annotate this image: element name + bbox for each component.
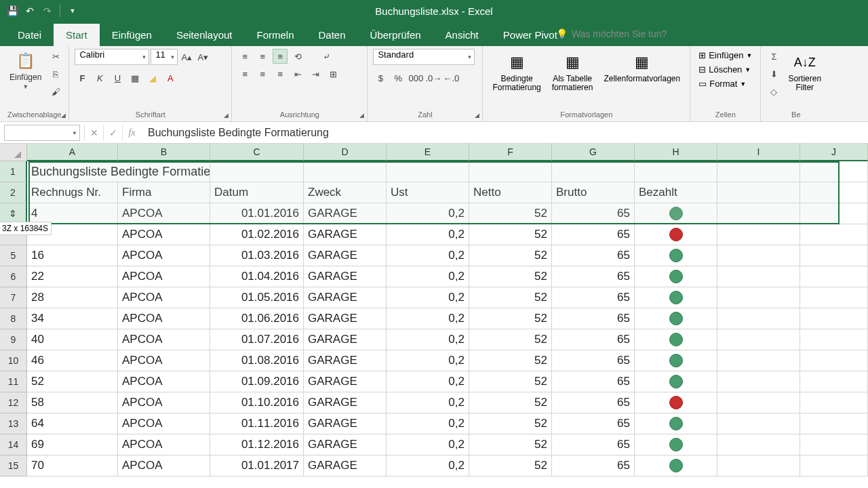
cell[interactable]: APCOA [118, 434, 210, 455]
status-cell[interactable] [635, 287, 717, 308]
align-top-icon[interactable]: ≡ [237, 49, 252, 64]
cell[interactable]: 34 [27, 308, 118, 329]
status-cell[interactable] [635, 224, 717, 245]
cell[interactable]: 52 [469, 308, 552, 329]
cell[interactable] [717, 350, 800, 371]
increase-decimal-icon[interactable]: .0→ [426, 70, 441, 85]
cell[interactable]: GARAGE [304, 308, 387, 329]
cell[interactable] [717, 266, 800, 287]
redo-icon[interactable]: ↷ [42, 5, 53, 16]
tab-formulas[interactable]: Formeln [245, 24, 307, 46]
cell[interactable]: 65 [552, 266, 635, 287]
column-header-A[interactable]: A [27, 144, 118, 161]
dialog-launcher-icon[interactable]: ◢ [475, 112, 479, 119]
cell[interactable]: APCOA [118, 329, 210, 350]
status-cell[interactable] [635, 350, 717, 371]
cell[interactable]: APCOA [118, 224, 210, 245]
row-header-5[interactable]: 5 [0, 245, 27, 266]
column-header-cell[interactable]: Netto [469, 182, 552, 203]
cell[interactable]: GARAGE [304, 203, 387, 224]
column-header-cell[interactable]: Bezahlt [635, 182, 717, 203]
row-header-11[interactable]: 11 [0, 371, 27, 392]
cell[interactable]: GARAGE [304, 392, 387, 413]
row-header-10[interactable]: 10 [0, 350, 27, 371]
cell[interactable]: 65 [552, 287, 635, 308]
bold-icon[interactable]: F [75, 70, 90, 85]
cell[interactable] [552, 161, 635, 182]
cell[interactable]: APCOA [118, 371, 210, 392]
row-header-8[interactable]: 8 [0, 308, 27, 329]
cell[interactable]: 65 [552, 413, 635, 434]
cell[interactable]: 65 [552, 224, 635, 245]
tab-view[interactable]: Ansicht [433, 24, 491, 46]
cell[interactable]: GARAGE [304, 434, 387, 455]
decrease-indent-icon[interactable]: ⇤ [290, 66, 305, 81]
column-header-H[interactable]: H [635, 144, 717, 161]
qat-customize-icon[interactable]: ▼ [67, 5, 78, 16]
cell[interactable] [717, 287, 800, 308]
tab-home[interactable]: Start [54, 24, 100, 46]
cell[interactable]: GARAGE [304, 371, 387, 392]
cell[interactable]: 28 [27, 287, 118, 308]
merge-cells-icon[interactable]: ⊞ [326, 66, 340, 81]
cell[interactable]: 65 [552, 371, 635, 392]
cell-styles-button[interactable]: ▦ Zellenformatvorlagen [599, 49, 684, 85]
cell[interactable]: GARAGE [304, 329, 387, 350]
tab-layout[interactable]: Seitenlayout [164, 24, 245, 46]
tell-me-search[interactable]: 💡 Was möchten Sie tun? [542, 22, 667, 46]
cell[interactable]: 0,2 [387, 350, 469, 371]
cell[interactable]: 52 [469, 455, 552, 476]
cell[interactable] [717, 329, 800, 350]
format-cells-button[interactable]: ▭Format▼ [696, 77, 755, 90]
cell[interactable]: 70 [27, 455, 118, 476]
cell[interactable] [800, 203, 868, 224]
cell[interactable] [210, 161, 304, 182]
column-header-G[interactable]: G [552, 144, 635, 161]
conditional-formatting-button[interactable]: ▦ Bedingte Formatierung [488, 49, 545, 94]
cell[interactable]: 58 [27, 392, 118, 413]
cell[interactable]: 65 [552, 308, 635, 329]
cell[interactable] [800, 455, 868, 476]
cell[interactable] [717, 161, 800, 182]
cell[interactable]: 0,2 [387, 224, 469, 245]
cell[interactable] [800, 161, 868, 182]
cell[interactable]: 01.12.2016 [210, 434, 304, 455]
cell[interactable]: APCOA [118, 455, 210, 476]
cell[interactable] [800, 182, 868, 203]
cell[interactable]: GARAGE [304, 224, 387, 245]
align-center-icon[interactable]: ≡ [255, 66, 270, 81]
undo-icon[interactable]: ↶ [24, 5, 35, 16]
cell[interactable]: 01.07.2016 [210, 329, 304, 350]
cell[interactable]: 65 [552, 392, 635, 413]
cell[interactable]: 01.05.2016 [210, 287, 304, 308]
cell[interactable]: 52 [469, 245, 552, 266]
name-box[interactable]: ▼ [4, 125, 80, 141]
cell[interactable]: 01.01.2016 [210, 203, 304, 224]
status-cell[interactable] [635, 413, 717, 434]
cell[interactable] [717, 203, 800, 224]
status-cell[interactable] [635, 203, 717, 224]
cell[interactable]: 0,2 [387, 371, 469, 392]
cell[interactable]: GARAGE [304, 245, 387, 266]
cell[interactable]: 0,2 [387, 392, 469, 413]
align-middle-icon[interactable]: ≡ [255, 49, 270, 64]
cell[interactable] [717, 308, 800, 329]
cell[interactable]: APCOA [118, 413, 210, 434]
cell[interactable]: 64 [27, 413, 118, 434]
cell[interactable]: 65 [552, 329, 635, 350]
tab-review[interactable]: Überprüfen [358, 24, 433, 46]
cells-area[interactable]: Buchungsliste Bedingte FormatierungRechn… [27, 161, 868, 488]
save-icon[interactable]: 💾 [7, 5, 18, 16]
decrease-decimal-icon[interactable]: ←.0 [443, 70, 458, 85]
column-header-D[interactable]: D [304, 144, 387, 161]
sheet-title-cell[interactable]: Buchungsliste Bedingte Formatierung [27, 161, 210, 182]
decrease-font-icon[interactable]: A▾ [195, 49, 210, 64]
cell[interactable]: 65 [552, 455, 635, 476]
column-header-cell[interactable]: Rechnugs Nr. [27, 182, 118, 203]
select-all-corner[interactable] [0, 144, 27, 161]
fill-color-icon[interactable]: ◢ [145, 70, 160, 85]
cell[interactable]: 0,2 [387, 308, 469, 329]
cell[interactable] [717, 413, 800, 434]
cell[interactable]: 01.11.2016 [210, 413, 304, 434]
column-header-I[interactable]: I [717, 144, 800, 161]
